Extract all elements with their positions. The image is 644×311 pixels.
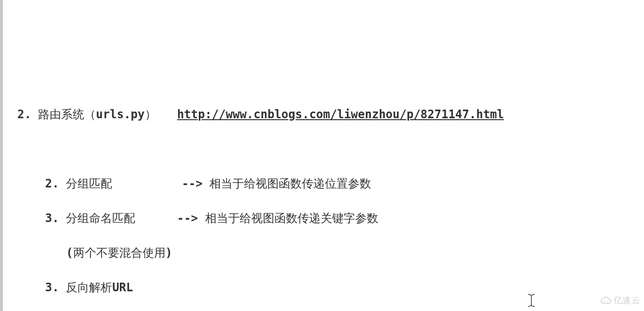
line-sub2: 2. 分组匹配 --> 相当于给视图函数传递位置参数: [17, 175, 644, 192]
main-title: 路由系统（urls.py）: [38, 108, 156, 121]
sub2-number: 2.: [45, 177, 66, 190]
document-content: 2. 路由系统（urls.py） http://www.cnblogs.com/…: [0, 87, 644, 311]
cloud-icon: [600, 296, 612, 305]
sub3b-title: 反向解析URL: [66, 281, 133, 294]
sub3-text: 分组命名匹配 --> 相当于给视图函数传递关键字参数: [66, 211, 378, 225]
svg-point-1: [606, 301, 607, 302]
line-sub3b: 3. 反向解析URL: [17, 279, 644, 296]
watermark: 亿速云: [600, 292, 641, 309]
line-sub3: 3. 分组命名匹配 --> 相当于给视图函数传递关键字参数: [17, 210, 644, 227]
line-main: 2. 路由系统（urls.py） http://www.cnblogs.com/…: [17, 106, 644, 123]
sub2-text: 分组匹配 --> 相当于给视图函数传递位置参数: [66, 177, 371, 190]
blank-line: [17, 140, 644, 158]
sub3b-number: 3.: [45, 281, 66, 294]
watermark-text: 亿速云: [614, 292, 641, 309]
svg-point-0: [604, 301, 605, 302]
sub3-note: (两个不要混合使用): [66, 246, 172, 260]
main-url-link[interactable]: http://www.cnblogs.com/liwenzhou/p/82711…: [177, 108, 504, 121]
sub3-number: 3.: [45, 211, 66, 225]
main-number: 2.: [17, 108, 38, 121]
page-root: 2. 路由系统（urls.py） http://www.cnblogs.com/…: [0, 0, 644, 311]
editor-gutter: [0, 0, 3, 311]
line-sub3-note: (两个不要混合使用): [17, 244, 644, 261]
